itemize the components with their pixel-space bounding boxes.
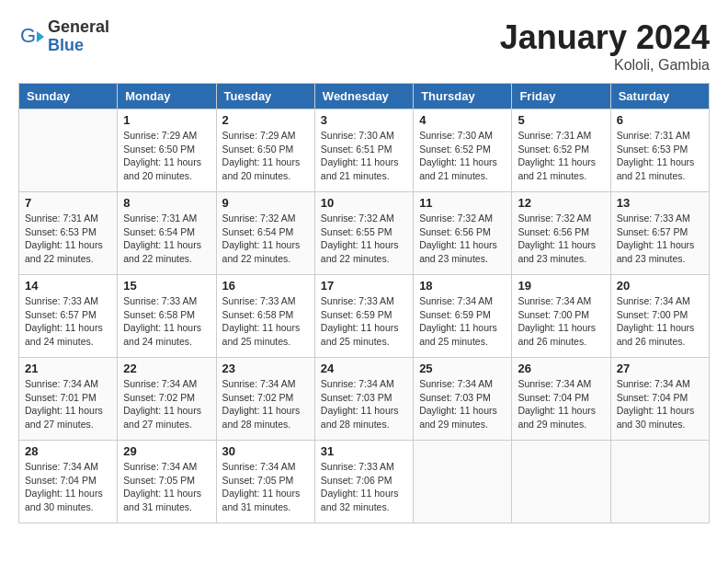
location: Kololi, Gambia bbox=[500, 57, 710, 74]
day-info: Sunrise: 7:34 AM Sunset: 7:04 PM Dayligh… bbox=[25, 460, 111, 514]
calendar-day-cell: 17Sunrise: 7:33 AM Sunset: 6:59 PM Dayli… bbox=[314, 275, 413, 358]
calendar-day-cell bbox=[19, 109, 118, 192]
day-number: 13 bbox=[617, 196, 703, 210]
day-info: Sunrise: 7:32 AM Sunset: 6:56 PM Dayligh… bbox=[518, 212, 604, 266]
logo: G General Blue bbox=[18, 18, 109, 55]
day-info: Sunrise: 7:30 AM Sunset: 6:52 PM Dayligh… bbox=[419, 129, 506, 183]
calendar-day-cell: 23Sunrise: 7:34 AM Sunset: 7:02 PM Dayli… bbox=[216, 358, 314, 441]
calendar-day-cell: 8Sunrise: 7:31 AM Sunset: 6:54 PM Daylig… bbox=[118, 192, 216, 275]
day-info: Sunrise: 7:33 AM Sunset: 6:58 PM Dayligh… bbox=[222, 294, 309, 349]
day-number: 20 bbox=[617, 279, 703, 293]
day-info: Sunrise: 7:33 AM Sunset: 6:57 PM Dayligh… bbox=[25, 294, 111, 349]
day-info: Sunrise: 7:34 AM Sunset: 6:59 PM Dayligh… bbox=[419, 294, 506, 349]
calendar-day-cell: 19Sunrise: 7:34 AM Sunset: 7:00 PM Dayli… bbox=[512, 275, 610, 358]
calendar-day-cell: 15Sunrise: 7:33 AM Sunset: 6:58 PM Dayli… bbox=[118, 275, 216, 358]
day-info: Sunrise: 7:31 AM Sunset: 6:53 PM Dayligh… bbox=[25, 212, 111, 266]
day-info: Sunrise: 7:34 AM Sunset: 7:02 PM Dayligh… bbox=[222, 377, 309, 431]
day-info: Sunrise: 7:33 AM Sunset: 6:57 PM Dayligh… bbox=[617, 212, 703, 266]
day-number: 11 bbox=[419, 196, 506, 210]
calendar-day-cell: 4Sunrise: 7:30 AM Sunset: 6:52 PM Daylig… bbox=[414, 109, 512, 192]
weekday-header: Thursday bbox=[414, 84, 512, 109]
calendar-day-cell: 28Sunrise: 7:34 AM Sunset: 7:04 PM Dayli… bbox=[19, 441, 118, 523]
calendar-day-cell: 26Sunrise: 7:34 AM Sunset: 7:04 PM Dayli… bbox=[512, 358, 610, 441]
day-number: 7 bbox=[25, 196, 111, 210]
day-number: 31 bbox=[321, 444, 407, 458]
day-info: Sunrise: 7:34 AM Sunset: 7:04 PM Dayligh… bbox=[617, 377, 703, 431]
weekday-header: Saturday bbox=[610, 84, 709, 109]
day-info: Sunrise: 7:29 AM Sunset: 6:50 PM Dayligh… bbox=[222, 129, 309, 183]
calendar-week-row: 14Sunrise: 7:33 AM Sunset: 6:57 PM Dayli… bbox=[19, 275, 710, 358]
calendar-week-row: 28Sunrise: 7:34 AM Sunset: 7:04 PM Dayli… bbox=[19, 441, 710, 523]
calendar-week-row: 7Sunrise: 7:31 AM Sunset: 6:53 PM Daylig… bbox=[19, 192, 710, 275]
calendar-day-cell: 29Sunrise: 7:34 AM Sunset: 7:05 PM Dayli… bbox=[118, 441, 216, 523]
svg-marker-1 bbox=[37, 31, 44, 42]
title-block: January 2024 Kololi, Gambia bbox=[500, 18, 710, 74]
day-info: Sunrise: 7:34 AM Sunset: 7:03 PM Dayligh… bbox=[419, 377, 506, 431]
day-number: 16 bbox=[222, 279, 309, 293]
day-info: Sunrise: 7:34 AM Sunset: 7:05 PM Dayligh… bbox=[222, 460, 309, 514]
day-number: 9 bbox=[222, 196, 309, 210]
calendar-day-cell bbox=[610, 441, 709, 523]
day-info: Sunrise: 7:31 AM Sunset: 6:54 PM Dayligh… bbox=[123, 212, 210, 266]
day-number: 28 bbox=[25, 444, 111, 458]
calendar-day-cell: 3Sunrise: 7:30 AM Sunset: 6:51 PM Daylig… bbox=[314, 109, 413, 192]
day-info: Sunrise: 7:30 AM Sunset: 6:51 PM Dayligh… bbox=[321, 129, 407, 183]
calendar-day-cell: 20Sunrise: 7:34 AM Sunset: 7:00 PM Dayli… bbox=[610, 275, 709, 358]
day-number: 26 bbox=[518, 362, 604, 375]
day-info: Sunrise: 7:34 AM Sunset: 7:04 PM Dayligh… bbox=[518, 377, 604, 431]
weekday-header: Monday bbox=[118, 84, 216, 109]
day-info: Sunrise: 7:33 AM Sunset: 6:59 PM Dayligh… bbox=[321, 294, 407, 349]
calendar-day-cell bbox=[512, 441, 610, 523]
day-info: Sunrise: 7:34 AM Sunset: 7:02 PM Dayligh… bbox=[123, 377, 210, 431]
logo-general-text: General bbox=[48, 18, 109, 37]
weekday-header: Tuesday bbox=[216, 84, 314, 109]
logo-blue-text: Blue bbox=[48, 37, 109, 55]
day-info: Sunrise: 7:32 AM Sunset: 6:56 PM Dayligh… bbox=[419, 212, 506, 266]
day-number: 21 bbox=[25, 362, 111, 375]
day-number: 22 bbox=[123, 362, 210, 375]
month-year: January 2024 bbox=[500, 18, 710, 57]
calendar-day-cell: 2Sunrise: 7:29 AM Sunset: 6:50 PM Daylig… bbox=[216, 109, 314, 192]
day-info: Sunrise: 7:32 AM Sunset: 6:55 PM Dayligh… bbox=[321, 212, 407, 266]
day-number: 17 bbox=[321, 279, 407, 293]
day-number: 23 bbox=[222, 362, 309, 375]
day-number: 2 bbox=[222, 113, 309, 127]
day-info: Sunrise: 7:31 AM Sunset: 6:52 PM Dayligh… bbox=[518, 129, 604, 183]
day-info: Sunrise: 7:34 AM Sunset: 7:00 PM Dayligh… bbox=[518, 294, 604, 349]
day-number: 29 bbox=[123, 444, 210, 458]
day-number: 25 bbox=[419, 362, 506, 375]
calendar-day-cell: 6Sunrise: 7:31 AM Sunset: 6:53 PM Daylig… bbox=[610, 109, 709, 192]
day-number: 12 bbox=[518, 196, 604, 210]
day-number: 4 bbox=[419, 113, 506, 127]
day-number: 10 bbox=[321, 196, 407, 210]
calendar-day-cell bbox=[414, 441, 512, 523]
day-number: 1 bbox=[123, 113, 210, 127]
calendar-day-cell: 5Sunrise: 7:31 AM Sunset: 6:52 PM Daylig… bbox=[512, 109, 610, 192]
calendar-body: 1Sunrise: 7:29 AM Sunset: 6:50 PM Daylig… bbox=[19, 109, 710, 523]
calendar-day-cell: 9Sunrise: 7:32 AM Sunset: 6:54 PM Daylig… bbox=[216, 192, 314, 275]
day-number: 14 bbox=[25, 279, 111, 293]
calendar-day-cell: 7Sunrise: 7:31 AM Sunset: 6:53 PM Daylig… bbox=[19, 192, 118, 275]
weekday-header: Sunday bbox=[19, 84, 118, 109]
calendar-day-cell: 22Sunrise: 7:34 AM Sunset: 7:02 PM Dayli… bbox=[118, 358, 216, 441]
calendar-day-cell: 16Sunrise: 7:33 AM Sunset: 6:58 PM Dayli… bbox=[216, 275, 314, 358]
weekday-header: Wednesday bbox=[314, 84, 413, 109]
calendar-day-cell: 30Sunrise: 7:34 AM Sunset: 7:05 PM Dayli… bbox=[216, 441, 314, 523]
day-info: Sunrise: 7:34 AM Sunset: 7:05 PM Dayligh… bbox=[123, 460, 210, 514]
day-number: 18 bbox=[419, 279, 506, 293]
day-info: Sunrise: 7:32 AM Sunset: 6:54 PM Dayligh… bbox=[222, 212, 309, 266]
calendar-day-cell: 21Sunrise: 7:34 AM Sunset: 7:01 PM Dayli… bbox=[19, 358, 118, 441]
calendar-day-cell: 24Sunrise: 7:34 AM Sunset: 7:03 PM Dayli… bbox=[314, 358, 413, 441]
day-number: 8 bbox=[123, 196, 210, 210]
calendar-day-cell: 13Sunrise: 7:33 AM Sunset: 6:57 PM Dayli… bbox=[610, 192, 709, 275]
calendar-day-cell: 10Sunrise: 7:32 AM Sunset: 6:55 PM Dayli… bbox=[314, 192, 413, 275]
day-number: 30 bbox=[222, 444, 309, 458]
svg-text:G: G bbox=[20, 24, 36, 47]
calendar-table: SundayMondayTuesdayWednesdayThursdayFrid… bbox=[18, 83, 710, 523]
page-header: G General Blue January 2024 Kololi, Gamb… bbox=[18, 18, 710, 74]
calendar-day-cell: 25Sunrise: 7:34 AM Sunset: 7:03 PM Dayli… bbox=[414, 358, 512, 441]
day-info: Sunrise: 7:34 AM Sunset: 7:00 PM Dayligh… bbox=[617, 294, 703, 349]
calendar-day-cell: 11Sunrise: 7:32 AM Sunset: 6:56 PM Dayli… bbox=[414, 192, 512, 275]
weekday-header: Friday bbox=[512, 84, 610, 109]
calendar-week-row: 1Sunrise: 7:29 AM Sunset: 6:50 PM Daylig… bbox=[19, 109, 710, 192]
